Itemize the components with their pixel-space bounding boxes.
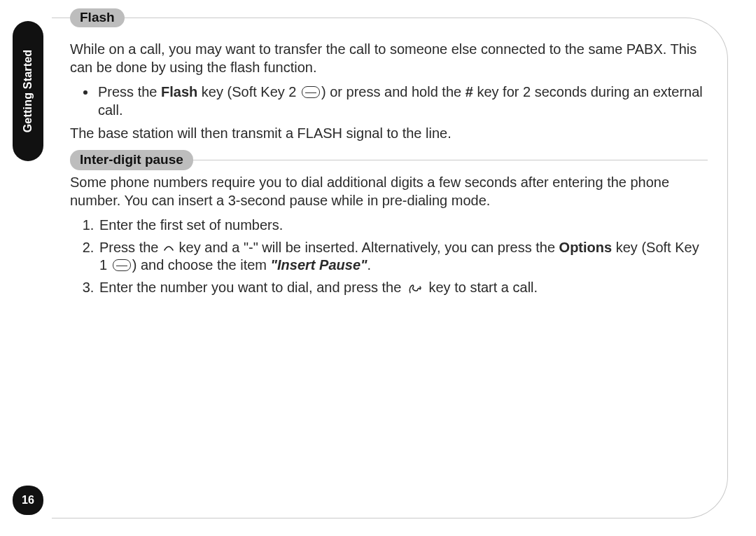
flash-bullet-1: Press the Flash key (Soft Key 2 ) or pre…	[97, 83, 708, 119]
heading-flash: Flash	[70, 8, 125, 27]
pause-steps: Enter the first set of numbers. Press th…	[70, 217, 708, 296]
manual-page: Getting Started 16 Flash While on a call…	[0, 0, 756, 536]
text: .	[368, 257, 372, 273]
frame-left-mask	[49, 17, 52, 519]
heading-row-pause: Inter-digit pause	[70, 150, 708, 170]
text: Press the	[99, 240, 162, 255]
pause-step-1: Enter the first set of numbers.	[98, 217, 708, 235]
menu-item-insert-pause: "Insert Pause"	[271, 257, 368, 273]
softkey-icon	[113, 259, 131, 271]
text: key to start a call.	[425, 280, 538, 295]
text: Enter the number you want to dial, and p…	[99, 280, 405, 295]
heading-pause: Inter-digit pause	[70, 150, 193, 170]
page-number: 16	[22, 494, 34, 507]
text: ) and choose the item	[132, 257, 271, 273]
text: ) or press and hold the	[321, 84, 465, 99]
pause-intro: Some phone numbers require you to dial a…	[70, 174, 708, 209]
key-name-flash: Flash	[161, 84, 197, 99]
content-body: While on a call, you may want to transfe…	[70, 41, 708, 297]
heading-row-flash: Flash	[70, 8, 708, 28]
key-name-hash: #	[465, 84, 473, 99]
content-frame: Flash While on a call, you may want to t…	[50, 18, 728, 518]
flash-bullets: Press the Flash key (Soft Key 2 ) or pre…	[70, 83, 708, 119]
call-key-icon	[407, 282, 424, 294]
up-caret-icon	[164, 245, 174, 252]
pause-step-2: Press the key and a "-" will be inserted…	[98, 239, 708, 275]
text: Enter the first set of numbers.	[99, 217, 283, 233]
text: key (Soft Key 2	[197, 84, 300, 99]
flash-outro: The base station will then transmit a FL…	[70, 125, 708, 143]
key-name-options: Options	[559, 240, 612, 255]
page-number-badge: 16	[13, 486, 43, 515]
section-tab-label: Getting Started	[22, 50, 34, 133]
text: key and a "-" will be inserted. Alternat…	[175, 240, 559, 255]
section-tab: Getting Started	[13, 21, 43, 161]
softkey-icon	[302, 86, 320, 98]
pause-step-3: Enter the number you want to dial, and p…	[98, 279, 708, 297]
flash-intro: While on a call, you may want to transfe…	[70, 41, 708, 76]
text: Press the	[98, 84, 161, 99]
